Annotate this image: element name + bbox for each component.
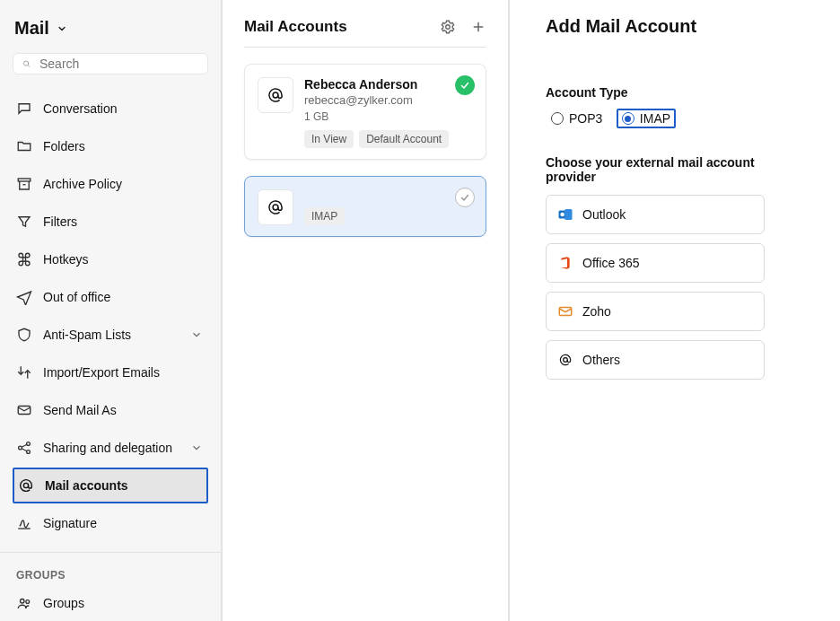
- svg-point-14: [273, 205, 278, 210]
- sidebar-item-label: Sharing and delegation: [43, 441, 179, 455]
- sidebar-item-hotkeys[interactable]: Hotkeys: [13, 241, 208, 277]
- folder-icon: [16, 138, 32, 154]
- settings-nav: Conversation Folders Archive Policy Filt…: [13, 91, 208, 621]
- account-storage: 1 GB: [304, 110, 473, 123]
- accounts-column: Mail Accounts Rebecca Anderson rebecca@z…: [223, 0, 510, 621]
- radio-label: POP3: [569, 111, 602, 126]
- plus-icon[interactable]: [470, 19, 486, 35]
- at-icon: [258, 189, 293, 225]
- sidebar: Mail Conversation Folders Archive Policy…: [0, 0, 223, 621]
- sidebar-item-filters[interactable]: Filters: [13, 204, 208, 240]
- sidebar-item-label: Folders: [43, 139, 203, 153]
- sidebar-item-label: Filters: [43, 214, 203, 229]
- svg-line-1: [28, 66, 30, 67]
- outlook-icon: [557, 206, 573, 223]
- sidebar-item-label: Hotkeys: [43, 252, 203, 267]
- sidebar-item-sharing[interactable]: Sharing and delegation: [13, 430, 208, 466]
- account-chip: IMAP: [304, 207, 345, 225]
- account-email: rebecca@zylker.com: [304, 93, 473, 107]
- provider-label: Office 365: [582, 256, 640, 270]
- sidebar-item-import-export[interactable]: Import/Export Emails: [13, 354, 208, 390]
- groups-section-caption: GROUPS: [13, 564, 208, 583]
- sidebar-item-out-of-office[interactable]: Out of office: [13, 279, 208, 315]
- account-type-pop3[interactable]: POP3: [546, 109, 608, 128]
- accounts-title: Mail Accounts: [244, 18, 440, 36]
- account-chip: In View: [304, 130, 354, 148]
- sidebar-item-send-mail-as[interactable]: Send Mail As: [13, 392, 208, 428]
- account-card-rebecca[interactable]: Rebecca Anderson rebecca@zylker.com 1 GB…: [244, 64, 486, 160]
- sidebar-item-label: Groups: [43, 596, 203, 610]
- sidebar-item-label: Send Mail As: [43, 403, 203, 417]
- provider-outlook[interactable]: Outlook: [546, 195, 765, 234]
- page-title: Add Mail Account: [546, 16, 804, 37]
- plane-icon: [16, 289, 32, 305]
- provider-label: Zoho: [582, 304, 611, 319]
- account-name: Rebecca Anderson: [304, 77, 473, 92]
- funnel-icon: [16, 214, 32, 230]
- provider-section-label: Choose your external mail account provid…: [546, 155, 804, 184]
- sidebar-item-label: Signature: [43, 516, 203, 530]
- svg-point-19: [564, 358, 568, 363]
- sidebar-item-anti-spam[interactable]: Anti-Spam Lists: [13, 317, 208, 353]
- provider-list: Outlook Office 365 Zoho Others: [546, 195, 765, 380]
- account-type-radiogroup: POP3 IMAP: [546, 109, 804, 128]
- provider-label: Others: [582, 353, 620, 367]
- at-icon: [18, 477, 34, 494]
- office365-icon: [557, 255, 573, 271]
- add-account-panel: Add Mail Account Account Type POP3 IMAP …: [510, 0, 840, 621]
- svg-point-10: [446, 25, 451, 30]
- provider-label: Outlook: [582, 207, 626, 222]
- sidebar-item-mail-accounts[interactable]: Mail accounts: [13, 468, 208, 503]
- account-chip: Default Account: [359, 130, 449, 148]
- verified-badge: [455, 75, 475, 95]
- account-type-imap[interactable]: IMAP: [617, 109, 675, 128]
- svg-point-17: [560, 213, 564, 217]
- signature-icon: [16, 515, 32, 531]
- provider-others[interactable]: Others: [546, 340, 765, 380]
- search-input-wrap[interactable]: [13, 53, 208, 74]
- divider: [0, 552, 221, 553]
- search-input[interactable]: [38, 56, 198, 72]
- sidebar-item-label: Import/Export Emails: [43, 365, 203, 380]
- chevron-down-icon: [190, 328, 203, 341]
- sidebar-item-folders[interactable]: Folders: [13, 128, 208, 164]
- radio-label: IMAP: [640, 111, 670, 126]
- radio-icon: [551, 112, 564, 125]
- pending-badge: [455, 188, 475, 207]
- at-icon: [557, 352, 573, 368]
- account-card-new-imap[interactable]: IMAP: [244, 176, 486, 237]
- chevron-down-icon: [57, 23, 67, 34]
- sidebar-item-label: Mail accounts: [45, 478, 201, 493]
- archive-icon: [16, 176, 32, 192]
- svg-point-9: [26, 600, 30, 604]
- import-export-icon: [16, 364, 32, 380]
- share-icon: [16, 440, 32, 456]
- sidebar-item-conversation[interactable]: Conversation: [13, 91, 208, 127]
- gear-icon[interactable]: [440, 19, 456, 35]
- svg-point-8: [21, 599, 25, 604]
- chevron-down-icon: [190, 442, 203, 454]
- chat-icon: [16, 101, 32, 117]
- sidebar-item-label: Out of office: [43, 290, 203, 304]
- at-icon: [258, 77, 293, 113]
- sidebar-item-label: Conversation: [43, 101, 203, 116]
- send-as-icon: [16, 402, 32, 418]
- provider-office365[interactable]: Office 365: [546, 243, 765, 283]
- app-title: Mail: [14, 18, 49, 39]
- sidebar-item-archive-policy[interactable]: Archive Policy: [13, 166, 208, 202]
- sidebar-item-signature[interactable]: Signature: [13, 505, 208, 541]
- shield-icon: [16, 327, 32, 343]
- command-icon: [16, 251, 32, 267]
- provider-zoho[interactable]: Zoho: [546, 292, 765, 331]
- people-icon: [16, 595, 32, 611]
- app-switcher[interactable]: Mail: [13, 16, 208, 44]
- radio-icon: [622, 112, 634, 125]
- svg-point-13: [273, 92, 278, 98]
- svg-point-7: [23, 483, 28, 487]
- accounts-header: Mail Accounts: [244, 18, 486, 48]
- sidebar-item-groups[interactable]: Groups: [13, 585, 208, 621]
- sidebar-item-label: Anti-Spam Lists: [43, 328, 179, 342]
- zoho-icon: [557, 303, 573, 319]
- search-icon: [22, 57, 31, 71]
- sidebar-item-label: Archive Policy: [43, 177, 203, 191]
